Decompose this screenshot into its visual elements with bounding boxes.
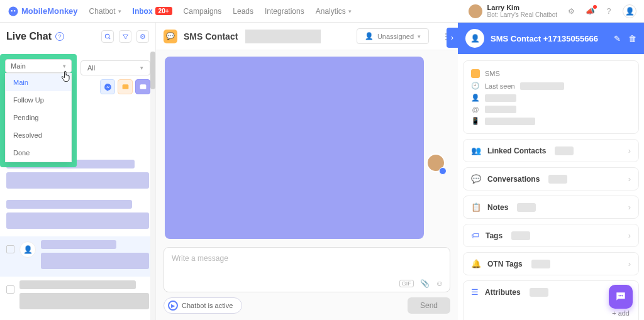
svg-rect-6 xyxy=(140,84,146,89)
collapse-panel-icon[interactable]: › xyxy=(447,28,458,48)
sms-channel-icon: 💬 xyxy=(164,30,177,43)
channel-web-icon[interactable] xyxy=(135,79,150,94)
avatar-placeholder-icon: 👤 xyxy=(19,241,36,258)
clock-icon: 🕘 xyxy=(471,82,480,90)
notes-icon: 📋 xyxy=(471,202,481,212)
nav-analytics[interactable]: Analytics ▾ xyxy=(316,7,352,16)
chatbot-status-toggle[interactable]: ▶ Chatbot is active xyxy=(164,297,242,314)
gif-icon[interactable]: GIF xyxy=(399,280,414,287)
chat-header: 💬 SMS Contact 👤Unassigned▾ ⋮ xyxy=(156,23,458,50)
channel-sms-icon[interactable] xyxy=(118,79,133,94)
chat-widget-fab[interactable] xyxy=(609,285,633,309)
edit-icon[interactable]: ✎ xyxy=(614,34,621,43)
contact-detail-panel: 👤 SMS Contact +17135055666 ✎ 🗑 SMS 🕘Last… xyxy=(458,23,644,320)
svg-point-9 xyxy=(621,295,623,296)
attachment-icon[interactable]: 📎 xyxy=(420,279,430,288)
emoji-icon[interactable]: ☺ xyxy=(436,279,443,288)
chat-title: SMS Contact xyxy=(184,31,238,41)
delete-icon[interactable]: 🗑 xyxy=(628,34,636,43)
nav-inbox[interactable]: Inbox 20+ xyxy=(133,7,172,16)
chat-panel: 💬 SMS Contact 👤Unassigned▾ ⋮ Write a mes… xyxy=(156,23,458,320)
section-notes[interactable]: 📋 Notes › xyxy=(463,196,639,219)
top-nav: MobileMonkey Chatbot ▾ Inbox 20+ Campaig… xyxy=(0,0,644,23)
svg-point-7 xyxy=(618,295,619,296)
svg-point-0 xyxy=(9,6,18,16)
folder-option-pending[interactable]: Pending xyxy=(6,109,71,126)
contact-title: SMS Contact +17135055666 xyxy=(491,34,598,43)
contact-avatar: 👤 xyxy=(465,29,484,48)
help-icon[interactable]: ? xyxy=(604,6,614,16)
svg-rect-5 xyxy=(122,84,128,89)
folder-select[interactable]: Main▾ xyxy=(5,59,72,73)
user-avatar[interactable] xyxy=(469,4,482,18)
channel-messenger-icon[interactable] xyxy=(100,79,115,94)
nav-leads[interactable]: Leads xyxy=(233,7,253,16)
tags-icon: 🏷 xyxy=(471,231,479,240)
conversation-item[interactable] xyxy=(0,277,155,317)
svg-point-1 xyxy=(11,10,13,11)
sidebar-title: Live Chat xyxy=(6,31,52,42)
attributes-icon: ☰ xyxy=(471,287,479,297)
sidebar-settings-icon[interactable]: ⚙ xyxy=(136,30,149,43)
nav-integrations[interactable]: Integrations xyxy=(265,7,304,16)
folder-option-resolved[interactable]: Resolved xyxy=(6,126,71,144)
email-icon: @ xyxy=(471,106,480,113)
otn-icon: 🔔 xyxy=(471,259,481,268)
message-bubble xyxy=(165,57,424,239)
contact-header: 👤 SMS Contact +17135055666 ✎ 🗑 xyxy=(458,23,644,54)
sms-mini-icon xyxy=(471,69,480,78)
section-tags[interactable]: 🏷 Tags › xyxy=(463,224,639,247)
filter-select[interactable]: All▾ xyxy=(80,60,150,75)
checkbox[interactable] xyxy=(6,285,14,294)
message-input[interactable]: Write a message xyxy=(164,248,450,275)
svg-point-2 xyxy=(14,10,15,11)
user-info: Larry Kim Bot: Larry's Real Chatbot xyxy=(487,4,557,18)
search-icon[interactable] xyxy=(101,30,114,43)
folder-dropdown-highlight: Main▾ Main Follow Up Pending Resolved Do… xyxy=(0,54,77,167)
cursor-hand-icon xyxy=(60,70,72,84)
contact-meta: SMS 🕘Last seen 👤 @ 📱 xyxy=(463,60,639,134)
assignment-dropdown[interactable]: 👤Unassigned▾ xyxy=(357,28,429,44)
conversations-icon: 💬 xyxy=(471,174,481,184)
settings-icon[interactable]: ⚙ xyxy=(566,6,576,16)
conversation-item[interactable] xyxy=(0,196,155,236)
svg-point-8 xyxy=(620,295,621,296)
user-icon: 👤 xyxy=(471,94,480,102)
channel-badge-icon xyxy=(439,167,447,175)
account-icon[interactable]: 👤 xyxy=(623,4,636,18)
section-conversations[interactable]: 💬 Conversations › xyxy=(463,167,639,190)
chat-messages xyxy=(156,50,458,247)
announcements-icon[interactable]: 📣 xyxy=(585,6,595,16)
checkbox[interactable] xyxy=(6,245,14,253)
section-otn-tags[interactable]: 🔔 OTN Tags › xyxy=(463,252,639,275)
inbox-badge: 20+ xyxy=(155,7,172,15)
scrollbar[interactable] xyxy=(150,52,155,320)
sidebar-help-icon[interactable]: ? xyxy=(55,32,64,41)
svg-point-3 xyxy=(105,34,109,38)
folder-option-done[interactable]: Done xyxy=(6,144,71,162)
message-composer: Write a message GIF 📎 ☺ xyxy=(164,247,450,292)
add-attribute-link[interactable]: + add xyxy=(471,307,631,319)
send-button[interactable]: Send xyxy=(408,297,450,314)
nav-campaigns[interactable]: Campaigns xyxy=(184,7,222,16)
brand-logo[interactable]: MobileMonkey xyxy=(8,6,78,17)
conversation-list-panel: Live Chat ? ⚙ Main▾ Main Follow Up P xyxy=(0,23,156,320)
section-linked-contacts[interactable]: 👥 Linked Contacts › xyxy=(463,139,639,162)
conversation-item[interactable] xyxy=(0,317,155,320)
folder-dropdown-menu: Main Follow Up Pending Resolved Done xyxy=(5,73,72,162)
redacted-name xyxy=(245,30,321,43)
linked-icon: 👥 xyxy=(471,146,481,155)
conversation-item[interactable]: 👤 xyxy=(0,236,155,277)
phone-icon: 📱 xyxy=(471,117,480,125)
folder-option-followup[interactable]: Follow Up xyxy=(6,91,71,109)
svg-line-4 xyxy=(108,37,109,38)
filter-icon[interactable] xyxy=(119,30,131,43)
nav-chatbot[interactable]: Chatbot ▾ xyxy=(89,7,121,16)
